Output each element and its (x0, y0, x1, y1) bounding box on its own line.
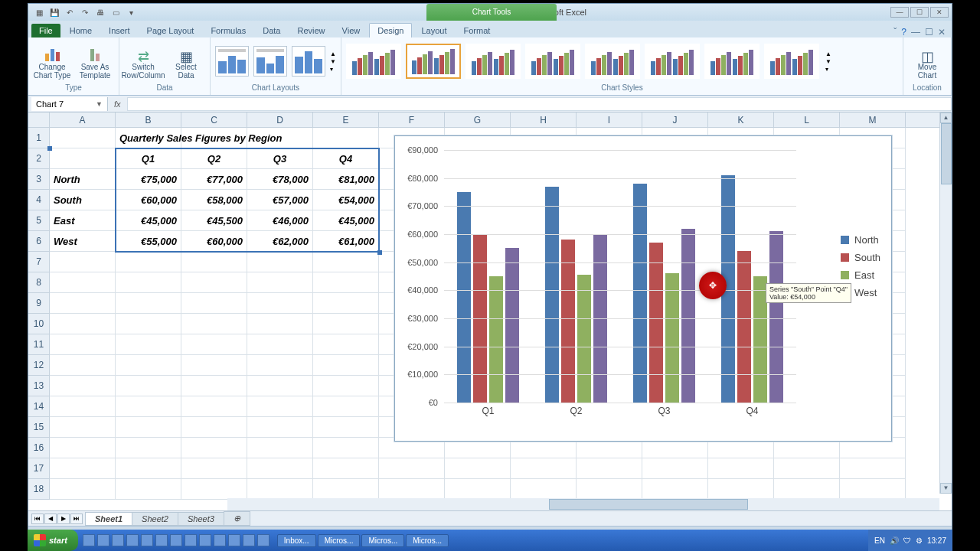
fx-icon[interactable]: fx (108, 99, 127, 109)
minimize-button[interactable]: — (890, 7, 909, 18)
select-data-button[interactable]: ▦ Select Data (167, 43, 205, 80)
column-header[interactable]: M (840, 112, 906, 127)
undo-icon[interactable]: ↶ (64, 6, 76, 18)
ql-icon[interactable] (83, 534, 95, 546)
switch-row-column-button[interactable]: ⇄ Switch Row/Column (124, 43, 162, 80)
column-header[interactable]: A (50, 112, 116, 127)
sheet-tab-2[interactable]: Sheet2 (132, 512, 178, 526)
cell[interactable] (116, 376, 181, 396)
cell[interactable]: €75,000 (116, 169, 181, 190)
cell[interactable] (181, 376, 247, 396)
save-as-template-button[interactable]: Save As Template (76, 43, 114, 80)
cell[interactable] (313, 272, 379, 293)
print-icon[interactable]: 🖶 (94, 6, 106, 18)
legend-item[interactable]: South (841, 252, 880, 263)
chart-style-3[interactable] (466, 44, 521, 79)
cell[interactable] (247, 272, 313, 293)
row-header[interactable]: 15 (28, 417, 50, 438)
row-header[interactable]: 5 (28, 210, 50, 231)
ql-icon[interactable] (243, 534, 255, 546)
chart-bar[interactable] (505, 248, 519, 403)
cell[interactable]: South (50, 190, 116, 210)
cell[interactable] (116, 272, 181, 293)
cell[interactable] (116, 334, 181, 355)
cell[interactable] (313, 252, 379, 272)
cell[interactable] (313, 376, 379, 396)
chart-plot-area[interactable] (444, 150, 796, 403)
cell[interactable] (50, 148, 116, 169)
new-sheet-button[interactable]: ⊕ (224, 511, 250, 526)
cell[interactable]: €62,000 (247, 231, 313, 252)
column-header[interactable]: L (774, 112, 840, 127)
cell[interactable] (313, 355, 379, 376)
cell[interactable] (50, 128, 116, 148)
row-header[interactable]: 6 (28, 231, 50, 252)
name-box[interactable]: Chart 7▼ (31, 97, 108, 111)
chart-bar[interactable] (633, 184, 647, 403)
chart-bar[interactable] (649, 243, 663, 403)
cell[interactable] (247, 438, 313, 458)
ql-icon[interactable] (112, 534, 124, 546)
cell[interactable]: €61,000 (313, 231, 379, 252)
chart-style-7[interactable] (704, 44, 760, 79)
close-button[interactable]: ✕ (930, 7, 949, 18)
cell[interactable] (313, 128, 379, 148)
cell[interactable] (50, 396, 116, 417)
cell[interactable] (181, 128, 247, 148)
cell[interactable] (116, 355, 181, 376)
cell[interactable] (181, 314, 247, 334)
cell[interactable]: East (50, 210, 116, 231)
row-header[interactable]: 4 (28, 190, 50, 210)
minimize-ribbon-icon[interactable]: ˇ (893, 27, 897, 37)
cell[interactable] (247, 458, 313, 479)
cell[interactable] (181, 438, 247, 458)
preview-icon[interactable]: ▭ (109, 6, 122, 18)
tab-review[interactable]: Review (289, 24, 332, 37)
chart-style-8[interactable] (764, 44, 819, 79)
row-header[interactable]: 7 (28, 252, 50, 272)
chart-bar[interactable] (665, 273, 679, 403)
scroll-up-button[interactable]: ▲ (940, 112, 952, 123)
cell[interactable] (313, 314, 379, 334)
chart-bar[interactable] (681, 229, 695, 403)
cell[interactable] (181, 396, 247, 417)
cell[interactable]: Q4 (313, 148, 379, 169)
qat-more-icon[interactable]: ▾ (125, 6, 137, 18)
chart-layouts-more[interactable]: ▲▼▾ (330, 51, 336, 73)
column-header[interactable]: H (511, 112, 577, 127)
cell[interactable] (116, 252, 181, 272)
taskbar-task[interactable]: Micros... (406, 534, 449, 547)
row-header[interactable]: 16 (28, 438, 50, 458)
legend-item[interactable]: East (841, 269, 880, 281)
taskbar-task[interactable]: Inbox... (277, 534, 316, 547)
cell[interactable] (247, 376, 313, 396)
taskbar-task[interactable]: Micros... (361, 534, 404, 547)
cell[interactable]: €57,000 (247, 190, 313, 210)
row-header[interactable]: 10 (28, 314, 50, 334)
ql-icon[interactable] (228, 534, 240, 546)
window-close-icon[interactable]: ✕ (938, 27, 946, 37)
cell[interactable]: €45,000 (313, 210, 379, 231)
ql-icon[interactable] (214, 534, 226, 546)
chart-object[interactable]: €0€10,000€20,000€30,000€40,000€50,000€60… (394, 135, 892, 442)
cell[interactable] (116, 314, 181, 334)
start-button[interactable]: start (28, 530, 78, 551)
excel-icon[interactable]: ▦ (33, 6, 45, 18)
cell[interactable] (313, 479, 379, 500)
tray-icon[interactable]: 🔊 (890, 536, 899, 545)
tab-page-layout[interactable]: Page Layout (139, 24, 202, 37)
sheet-nav-last[interactable]: ⏭ (70, 514, 83, 524)
cell[interactable] (445, 458, 511, 479)
cell[interactable] (50, 417, 116, 438)
column-header[interactable]: B (116, 112, 181, 127)
row-header[interactable]: 2 (28, 148, 50, 169)
cell[interactable] (840, 458, 906, 479)
cell[interactable]: €81,000 (313, 169, 379, 190)
cell[interactable] (313, 334, 379, 355)
cell[interactable] (774, 458, 840, 479)
cell[interactable] (50, 272, 116, 293)
ql-icon[interactable] (97, 534, 109, 546)
chart-style-4[interactable] (525, 44, 580, 79)
cell[interactable] (247, 314, 313, 334)
cell[interactable] (774, 479, 840, 500)
